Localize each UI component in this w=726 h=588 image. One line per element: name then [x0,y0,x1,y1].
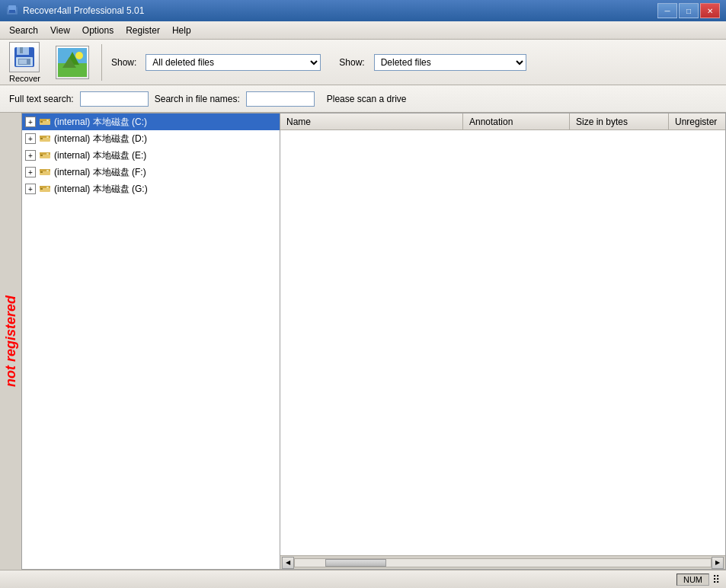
expand-btn-g[interactable]: + [25,184,36,194]
svg-rect-23 [40,152,50,155]
show1-dropdown-wrapper: All deleted files Deleted files All file… [146,54,321,71]
tree-panel: + (internal) 本地磁盘 (C:) + (internal) 本地磁盘… [21,113,280,570]
tree-item-d-label: (internal) 本地磁盘 (D:) [54,133,147,145]
status-bar: NUM ⠿ [0,570,726,588]
full-text-search-input[interactable] [80,91,149,107]
col-header-unregister[interactable]: Unregister [669,113,725,129]
show2-label: Show: [339,57,364,68]
tree-item-c[interactable]: + (internal) 本地磁盘 (C:) [22,113,280,130]
svg-rect-15 [40,119,50,121]
svg-rect-5 [20,47,23,53]
menu-bar: Search View Options Register Help [0,21,726,40]
close-button[interactable]: ✕ [700,3,720,18]
landscape-icon [58,48,87,77]
title-bar: Recover4all Professional 5.01 ─ □ ✕ [0,0,726,21]
svg-rect-33 [46,187,49,188]
menu-search[interactable]: Search [3,23,44,38]
toolbar: Recover Show: All deleted files Deleted … [0,40,726,85]
tree-item-g-label: (internal) 本地磁盘 (G:) [54,183,148,196]
svg-rect-8 [19,59,27,64]
svg-rect-21 [46,136,49,138]
toolbar-separator-1 [101,44,102,81]
tree-item-e[interactable]: + (internal) 本地磁盘 (E:) [22,147,280,164]
full-text-search-label: Full text search: [9,94,74,104]
minimize-button[interactable]: ─ [657,3,677,18]
drive-icon-e [39,150,51,161]
app-icon [6,5,18,17]
svg-rect-27 [40,169,50,171]
resize-grip-icon[interactable]: ⠿ [712,574,720,586]
svg-rect-29 [46,170,49,171]
file-names-label: Search in file names: [155,94,240,104]
hscroll-thumb[interactable] [325,559,386,567]
expand-btn-e[interactable]: + [25,150,36,161]
hscroll-track[interactable] [294,558,712,567]
search-bar: Full text search: Search in file names: … [0,85,726,113]
show1-dropdown[interactable]: All deleted files Deleted files All file… [146,54,321,71]
show2-dropdown-wrapper: Deleted files All files All deleted file… [374,54,526,71]
tree-item-e-label: (internal) 本地磁盘 (E:) [54,149,146,162]
svg-rect-17 [46,120,49,121]
tree-item-f[interactable]: + (internal) 本地磁盘 (F:) [22,164,280,181]
tree-icon-box [56,46,89,79]
recover-label: Recover [9,74,40,83]
floppy-icon [12,45,37,69]
svg-rect-28 [40,171,43,173]
svg-rect-20 [40,138,43,139]
expand-btn-c[interactable]: + [25,117,36,127]
col-header-annotation[interactable]: Annotation [463,113,570,129]
show1-label: Show: [111,57,136,68]
menu-help[interactable]: Help [166,23,197,38]
title-bar-controls: ─ □ ✕ [657,3,720,18]
expand-btn-f[interactable]: + [25,167,36,177]
menu-options[interactable]: Options [76,23,120,38]
expand-btn-d[interactable]: + [25,133,36,144]
drive-icon-d [39,133,51,144]
svg-rect-32 [40,188,43,190]
svg-rect-24 [40,155,43,156]
show2-dropdown[interactable]: Deleted files All files All deleted file… [374,54,526,71]
drive-icon-g [39,184,51,194]
hscroll-left-arrow[interactable]: ◀ [282,557,294,569]
col-header-size[interactable]: Size in bytes [570,113,669,129]
tree-button[interactable] [53,44,92,81]
menu-register[interactable]: Register [120,23,166,38]
svg-point-13 [75,52,83,59]
svg-rect-19 [40,136,50,138]
menu-view[interactable]: View [44,23,76,38]
file-panel: Name Annotation Size in bytes Unregister… [280,113,726,570]
main-content: not registered + (internal) 本地磁盘 (C:) + … [0,113,726,570]
app-title: Recover4all Professional 5.01 [23,5,144,16]
file-list-body [280,130,725,555]
hscroll-area: ◀ ▶ [280,555,725,569]
drive-icon-c [39,117,51,127]
tree-item-g[interactable]: + (internal) 本地磁盘 (G:) [22,181,280,197]
num-indicator: NUM [676,574,709,586]
title-bar-left: Recover4all Professional 5.01 [6,5,144,17]
svg-rect-2 [9,10,15,13]
svg-rect-25 [46,153,49,155]
tree-item-f-label: (internal) 本地磁盘 (F:) [54,166,146,179]
tree-item-c-label: (internal) 本地磁盘 (C:) [54,116,147,129]
recover-icon-box [9,42,40,72]
scan-message: Please scan a drive [327,94,407,104]
drive-icon-f [39,167,51,177]
file-header: Name Annotation Size in bytes Unregister [280,113,725,130]
watermark: not registered [0,113,21,570]
svg-rect-16 [40,121,43,123]
tree-item-d[interactable]: + (internal) 本地磁盘 (D:) [22,130,280,147]
col-header-name[interactable]: Name [280,113,463,129]
maximize-button[interactable]: □ [679,3,699,18]
svg-rect-31 [40,186,50,188]
recover-button[interactable]: Recover [6,40,43,85]
hscroll-right-arrow[interactable]: ▶ [712,557,724,569]
file-names-search-input[interactable] [246,91,315,107]
